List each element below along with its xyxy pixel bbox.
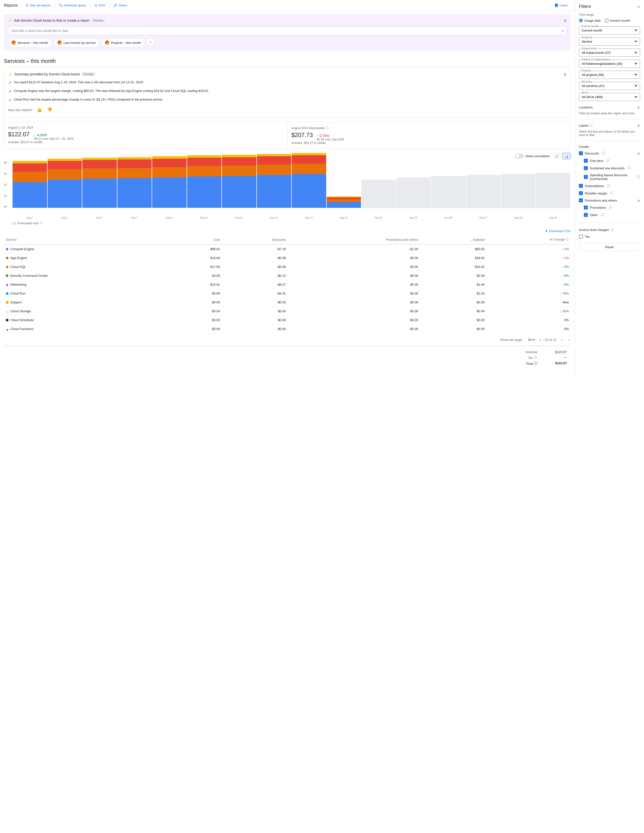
chip-last-invoice[interactable]: Last invoice by service [54, 38, 99, 47]
sustained-checkbox[interactable]: ✓ [584, 166, 588, 170]
cost-cell: $0.00 [172, 325, 222, 333]
bar-group[interactable] [13, 161, 47, 208]
cost-cell: $0.59 [172, 298, 222, 307]
col-service: Service [4, 235, 172, 244]
bar-group[interactable] [48, 159, 82, 208]
x-axis-label: Aug 5 [82, 215, 117, 219]
locations-collapsible[interactable]: Locations ∨ [579, 104, 640, 111]
forecast-help-icon[interactable]: ⓘ [40, 221, 43, 225]
promotions-checkbox[interactable]: ✓ [584, 206, 588, 209]
bar-group[interactable] [292, 153, 326, 208]
reseller-checkbox[interactable]: ✓ [579, 191, 583, 195]
bar-group[interactable] [257, 154, 291, 208]
chips-next-button[interactable]: › [147, 38, 155, 46]
promotions-cell: $0.00 [288, 254, 420, 262]
thumbs-up-button[interactable]: 👍 [35, 106, 43, 114]
change-cell: New [487, 298, 571, 307]
col-promotions: Promotions and others [288, 235, 420, 244]
bar-group[interactable] [152, 156, 187, 208]
tax-checkbox[interactable] [579, 235, 583, 238]
promotions-help-icon[interactable]: ⓘ [609, 205, 612, 210]
y-label-4: $4 [4, 183, 10, 186]
bar-group[interactable] [82, 158, 117, 208]
share-button[interactable]: 🔗 Share [111, 2, 130, 9]
forecast-help-icon[interactable]: ⓘ [326, 126, 328, 130]
free-tiers-checkbox[interactable]: ✓ [584, 159, 588, 162]
subscriptions-checkbox[interactable]: ✓ [579, 184, 583, 188]
bar-segment [222, 176, 256, 208]
labels-help-icon[interactable]: ⓘ [589, 124, 592, 127]
bar-group[interactable] [222, 155, 256, 208]
summary-title: ✨ Summary provided by Gemini Cloud Assis… [8, 72, 95, 76]
bar-segment [13, 161, 47, 163]
thumbs-down-button[interactable]: 👎 [46, 106, 53, 114]
bar-group[interactable] [501, 174, 536, 208]
prev-page-button[interactable]: ‹ [560, 336, 564, 343]
bar-chart-button[interactable]: 📊 [562, 153, 571, 159]
bar-group[interactable] [396, 177, 431, 208]
credits-collapsible[interactable]: Credits [579, 144, 640, 150]
bar-group[interactable] [187, 155, 222, 208]
learn-button[interactable]: 📘 Learn [552, 2, 571, 9]
toggle-switch[interactable] [515, 154, 524, 158]
bar-group[interactable] [118, 157, 152, 208]
spending-checkbox[interactable]: ✓ [584, 175, 588, 179]
bar-segment [257, 165, 291, 175]
bar-segment [152, 156, 187, 159]
free-tiers-help-icon[interactable]: ⓘ [606, 158, 610, 163]
gemini-search-input[interactable] [8, 26, 567, 35]
chip-services-month[interactable]: Services – this month [8, 38, 52, 47]
see-all-reports-button[interactable]: ☰ See all reports [23, 2, 53, 9]
sidebar: Filters ›› Time range Usage date Invoice… [575, 0, 644, 374]
download-csv-button[interactable]: ⬇ Download CSV [545, 229, 571, 233]
labels-collapsible[interactable]: Labels ⓘ ∨ [579, 122, 640, 129]
bar-segment [152, 177, 187, 208]
subscriptions-help-icon[interactable]: ⓘ [607, 183, 610, 188]
bar-group[interactable] [536, 173, 570, 208]
show-cumulative-toggle[interactable]: Show cumulative [515, 154, 549, 158]
sidebar-expand-button[interactable]: ›› [637, 4, 640, 9]
tax-help-icon[interactable]: ⓘ [534, 355, 537, 360]
reset-button[interactable]: Reset [579, 243, 640, 251]
bar-group[interactable] [361, 180, 396, 208]
discounts-checkbox[interactable]: ✓ [579, 151, 583, 155]
next-page-button[interactable]: › [568, 336, 571, 343]
labels-chevron-icon: ∨ [637, 123, 640, 128]
promotions-others-checkbox[interactable]: ✓ [579, 198, 583, 202]
spending-help-icon[interactable]: ⓘ [637, 175, 640, 179]
preview-badge: Preview [92, 18, 105, 23]
x-axis-label: Aug 25 [431, 215, 466, 219]
line-chart-button[interactable]: 📈 [552, 153, 561, 159]
change-help-icon[interactable]: ⓘ [565, 238, 569, 241]
rows-per-page-select[interactable]: 10 25 50 [527, 338, 536, 342]
bar-group[interactable] [327, 196, 361, 208]
other-help-icon[interactable]: ⓘ [601, 213, 604, 217]
bar-segment [187, 155, 222, 158]
reseller-help-icon[interactable]: ⓘ [610, 191, 613, 195]
invoice-charges-collapsible[interactable]: Invoice level charges ⓘ [579, 227, 640, 233]
metric-forecast-change-sub: $1.54 over July 2024 [317, 138, 344, 141]
summary-preview-badge: Preview [82, 72, 95, 76]
bar-group[interactable] [431, 176, 466, 208]
discounts-cell: -$0.98 [222, 254, 288, 262]
usage-date-radio[interactable]: Usage date [579, 18, 601, 23]
invoice-help-icon[interactable]: ⓘ [611, 228, 614, 232]
promotions-others-checkbox-item: ✓ Promotions and others ∧ [579, 197, 640, 204]
discounts-help-icon[interactable]: ⓘ [602, 151, 605, 156]
generate-query-button[interactable]: 🔍 Generate query [56, 2, 89, 9]
other-checkbox[interactable]: ✓ [584, 213, 588, 217]
gcp-icon [11, 40, 16, 45]
total-help-icon[interactable]: ⓘ [534, 361, 537, 366]
print-button[interactable]: 🖨 Print [91, 2, 108, 9]
sustained-help-icon[interactable]: ⓘ [628, 166, 631, 170]
discounts-cell: $0.00 [222, 316, 288, 325]
invoice-month-radio[interactable]: Invoice month [605, 18, 630, 23]
x-axis-label: Aug 3 [47, 215, 82, 219]
time-range-radios: Usage date Invoice month [579, 18, 640, 23]
promotions-cell: $0.00 [288, 307, 420, 316]
trend-icon-2: ↗ [8, 89, 11, 95]
gemini-collapse-button[interactable]: ∧ [564, 18, 567, 23]
summary-collapse-button[interactable]: ∧ [564, 71, 567, 77]
chip-projects-month[interactable]: Projects – this month [101, 38, 145, 47]
bar-group[interactable] [466, 175, 501, 208]
